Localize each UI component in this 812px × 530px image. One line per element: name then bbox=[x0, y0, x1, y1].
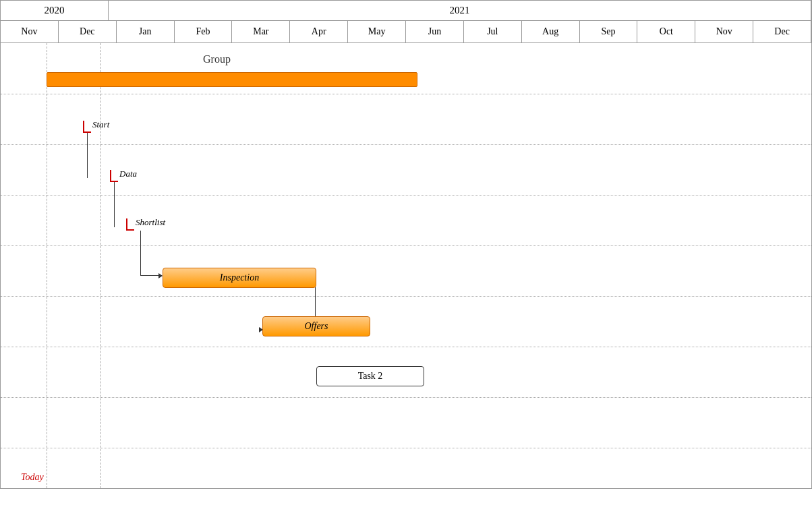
task2-bar: Task 2 bbox=[316, 366, 424, 386]
row-divider-2 bbox=[1, 144, 811, 145]
month-cell-4: Mar bbox=[232, 21, 290, 42]
month-cell-10: Sep bbox=[580, 21, 638, 42]
vline-left bbox=[47, 43, 47, 488]
row-divider-4 bbox=[1, 245, 811, 246]
month-cell-6: May bbox=[348, 21, 406, 42]
month-cell-1: Dec bbox=[59, 21, 117, 42]
year-2021: 2021 bbox=[109, 1, 811, 20]
month-header: NovDecJanFebMarAprMayJunJulAugSepOctNovD… bbox=[1, 21, 811, 43]
year-header: 2020 2021 bbox=[1, 1, 811, 21]
gantt-chart: 2020 2021 NovDecJanFebMarAprMayJunJulAug… bbox=[0, 0, 812, 489]
offers-bar: Offers bbox=[262, 316, 370, 336]
inspection-bar: Inspection bbox=[163, 268, 316, 288]
group-bar bbox=[47, 72, 417, 87]
today-label: Today bbox=[21, 472, 44, 483]
chart-area: Group Start Data Sho bbox=[1, 43, 811, 488]
month-cell-0: Nov bbox=[1, 21, 59, 42]
connector-start-data bbox=[87, 132, 88, 178]
month-cell-11: Oct bbox=[637, 21, 695, 42]
month-cell-3: Feb bbox=[175, 21, 233, 42]
month-cell-5: Apr bbox=[290, 21, 348, 42]
row-divider-6 bbox=[1, 347, 811, 347]
row-divider-5 bbox=[1, 296, 811, 297]
year-2020: 2020 bbox=[1, 1, 109, 20]
month-cell-12: Nov bbox=[695, 21, 753, 42]
month-cell-2: Jan bbox=[117, 21, 175, 42]
month-cell-13: Dec bbox=[753, 21, 811, 42]
row-divider-1 bbox=[1, 94, 811, 94]
connector-shortlist-inspection-v bbox=[140, 231, 141, 276]
row-divider-3 bbox=[1, 195, 811, 196]
month-cell-9: Aug bbox=[522, 21, 580, 42]
month-cell-8: Jul bbox=[464, 21, 522, 42]
row-divider-8 bbox=[1, 448, 811, 448]
group-label: Group bbox=[203, 53, 231, 65]
vline-mid bbox=[100, 43, 101, 488]
row-divider-7 bbox=[1, 397, 811, 398]
month-cell-7: Jun bbox=[406, 21, 464, 42]
connector-data-shortlist bbox=[114, 181, 115, 227]
